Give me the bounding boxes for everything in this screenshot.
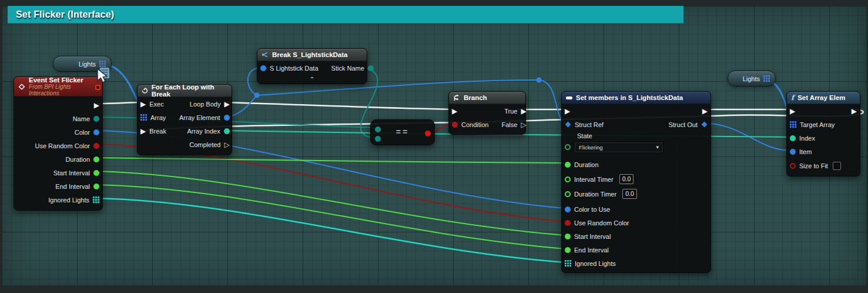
pin-label-struct-ref: Struct Ref [571, 121, 607, 128]
wire-layer [0, 0, 868, 293]
pin-label-duration-timer: Duration Timer [571, 191, 620, 198]
reroute-node-2[interactable] [537, 78, 542, 83]
duration-timer-pin[interactable] [565, 191, 571, 197]
foreach-node-header[interactable]: For Each Loop with Break [138, 85, 232, 97]
equals-result-pin[interactable] [425, 131, 431, 136]
set-members-node-header[interactable]: Set members in S_LightstickData [562, 92, 711, 104]
sae-exec-in-pin[interactable]: ▶ [790, 108, 795, 115]
set-array-elem-node-header[interactable]: f Set Array Elem [787, 92, 860, 104]
true-exec-out-pin[interactable]: ▶ [521, 108, 526, 115]
break-exec-in-pin[interactable]: ▶ [140, 128, 146, 135]
interval-timer-pin[interactable] [565, 177, 571, 182]
event-node-header[interactable]: Event Set Flicker From BPI Lights Intera… [14, 77, 102, 96]
variable-label: Lights [743, 75, 760, 82]
wire-ignoredlights[interactable] [97, 198, 565, 262]
pin-label-stick-name: Stick Name [328, 65, 368, 72]
event-icon [18, 83, 25, 91]
sm-start-interval-pin[interactable] [565, 234, 571, 239]
pin-label-sm-end-interval: End Interval [571, 247, 612, 254]
break-node-title: Break S_LightstickData [272, 51, 347, 58]
ignored-lights-array-pin[interactable] [93, 197, 99, 203]
false-exec-out-pin[interactable]: ▷ [521, 121, 526, 128]
pin-label-end-interval: End Interval [52, 183, 93, 190]
function-icon: f [791, 94, 794, 102]
sm-exec-out-pin[interactable]: ▶ [702, 108, 708, 115]
color-to-use-pin[interactable] [565, 207, 571, 212]
equals-input-b-pin[interactable] [375, 136, 381, 142]
pin-label-ignored-lights: Ignored Lights [45, 197, 93, 204]
duration-pin[interactable] [93, 157, 99, 162]
s-lightstick-data-pin[interactable] [260, 65, 266, 71]
pin-label-loop-body: Loop Body [186, 101, 224, 108]
equals-input-a-pin[interactable] [375, 126, 381, 132]
pin-label-use-random-color: Use Random Color [31, 142, 93, 149]
chevron-down-icon: ▾ [656, 144, 659, 150]
branch-exec-in-pin[interactable]: ▶ [452, 108, 457, 115]
pin-label-sm-duration: Duration [571, 161, 602, 168]
array-input-pin[interactable] [140, 114, 147, 121]
node-set-members[interactable]: Set members in S_LightstickData ▶ ▶ Stru… [561, 91, 711, 273]
pin-label-interval-timer: Interval Timer [571, 176, 617, 183]
sae-exec-out-pin[interactable]: ▶ [852, 108, 857, 115]
exec-out-pin[interactable]: ▶ [94, 102, 99, 109]
loop-body-exec-out-pin[interactable]: ▶ [224, 101, 229, 108]
index-pin[interactable] [790, 135, 796, 141]
start-interval-pin[interactable] [93, 170, 99, 176]
duration-timer-value[interactable]: 0.0 [622, 189, 637, 199]
array-index-pin[interactable] [224, 128, 230, 134]
sm-ignored-lights-array-pin[interactable] [565, 260, 571, 267]
branch-node-title: Branch [464, 94, 487, 101]
variable-label: Lights [79, 61, 96, 68]
sm-duration-pin[interactable] [565, 162, 571, 168]
wire-userandomcolor[interactable] [97, 144, 565, 222]
node-equals[interactable]: == [370, 119, 435, 145]
completed-exec-out-pin[interactable]: ▷ [224, 141, 229, 148]
blueprint-editor: Set Flicker (Interface) Lights Lights Ev… [0, 0, 868, 293]
branch-node-header[interactable]: Branch [449, 92, 525, 104]
struct-ref-pin[interactable] [565, 122, 571, 128]
sm-use-random-color-pin[interactable] [565, 220, 571, 226]
wire-exec-loopbody-to-branch[interactable] [224, 102, 454, 109]
reroute-node-1[interactable] [254, 93, 260, 98]
graph-title: Set Flicker (Interface) [16, 9, 114, 20]
color-pin[interactable] [93, 129, 99, 135]
event-node-subtitle: From BPI Lights Interactions [29, 84, 98, 96]
node-branch[interactable]: Branch ▶ Condition True▶ False▷ [448, 91, 526, 135]
state-dropdown[interactable]: Flickering ▾ [574, 142, 663, 153]
collapse-arrow[interactable]: ⌃ [257, 75, 367, 84]
target-array-pin[interactable] [790, 121, 796, 128]
node-event-set-flicker[interactable]: Event Set Flicker From BPI Lights Intera… [14, 76, 103, 211]
sm-end-interval-pin[interactable] [565, 247, 571, 253]
branch-icon [453, 94, 460, 101]
set-array-elem-node-title: Set Array Elem [797, 94, 845, 101]
wire-duration[interactable] [97, 158, 565, 163]
pin-label-true: True [501, 108, 521, 115]
use-random-color-pin[interactable] [93, 143, 99, 149]
array-element-pin[interactable] [224, 115, 230, 121]
sm-exec-in-pin[interactable]: ▶ [565, 108, 570, 115]
wire-exec-event-to-foreach[interactable] [97, 102, 143, 104]
variable-get-lights-right[interactable]: Lights [728, 71, 776, 86]
array-pin-icon[interactable] [763, 75, 770, 82]
size-to-fit-checkbox[interactable] [833, 162, 841, 170]
end-interval-pin[interactable] [93, 184, 99, 189]
wire-endinterval[interactable] [97, 185, 565, 249]
item-pin[interactable] [790, 149, 796, 155]
interval-timer-value[interactable]: 0.0 [619, 174, 634, 184]
state-enum-pin[interactable] [565, 144, 571, 150]
node-break-s-lightstickdata[interactable]: Break S_LightstickData S Lightstick Data… [257, 48, 367, 84]
node-foreach-loop-with-break[interactable]: For Each Loop with Break ▶Exec Array ▶Br… [137, 84, 232, 155]
foreach-node-title: For Each Loop with Break [152, 84, 227, 98]
stick-name-pin[interactable] [368, 65, 374, 71]
break-node-header[interactable]: Break S_LightstickData [257, 49, 367, 61]
pin-label-start-interval: Start Interval [50, 169, 93, 177]
name-pin[interactable] [93, 116, 99, 122]
condition-pin[interactable] [452, 122, 458, 128]
pin-label-target-array: Target Array [796, 121, 838, 128]
set-members-node-title: Set members in S_LightstickData [576, 94, 683, 101]
node-set-array-elem[interactable]: f Set Array Elem ▶▶ Target Array Index I… [786, 91, 860, 177]
size-to-fit-pin[interactable] [790, 163, 796, 169]
exec-in-pin[interactable]: ▶ [140, 101, 146, 108]
struct-out-pin[interactable] [702, 122, 708, 128]
pin-label-duration: Duration [62, 156, 93, 163]
